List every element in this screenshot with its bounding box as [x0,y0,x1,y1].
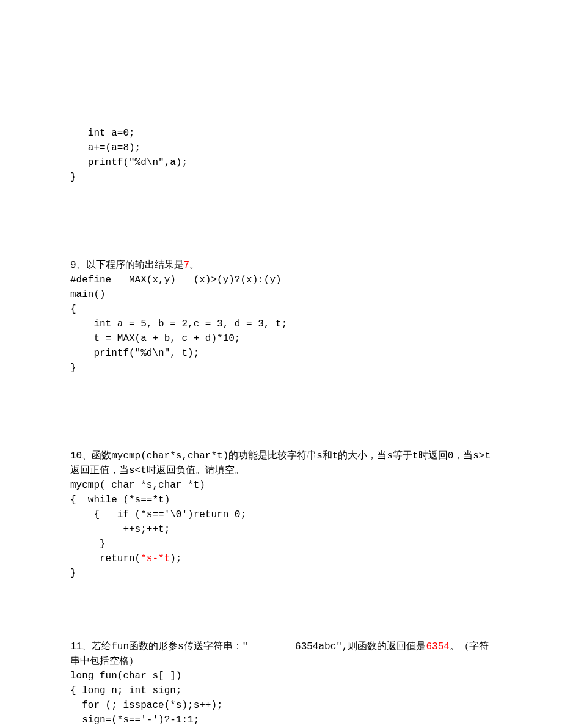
q10-intro: 10、函数mycmp(char*s,char*t)的功能是比较字符串s和t的大小… [70,450,491,476]
q11-intro-pre: 11、若给fun函数的形参s传送字符串：″ 6354abc″,则函数的返回值是 [70,641,426,652]
spacer [70,199,492,258]
q11-answer: 6354 [426,641,449,652]
q10-answer: *s-*t [140,553,170,564]
q9-answer: 7 [184,260,190,271]
q10-code-pre: mycmp( char *s,char *t) { while (*s==*t)… [70,480,246,564]
q9-intro-post: 。 [189,260,199,271]
q9-code: #define MAX(x,y) (x)>(y)?(x):(y) main() … [70,273,492,375]
q8-code: int a=0; a+=(a=8); printf(″%d\n″,a); } [70,126,492,185]
spacer [70,581,492,639]
q11-code: long fun(char s[ ]) { long n; int sign; … [70,669,492,728]
q9-intro-pre: 9、以下程序的输出结果是 [70,260,184,271]
spacer [70,390,492,449]
